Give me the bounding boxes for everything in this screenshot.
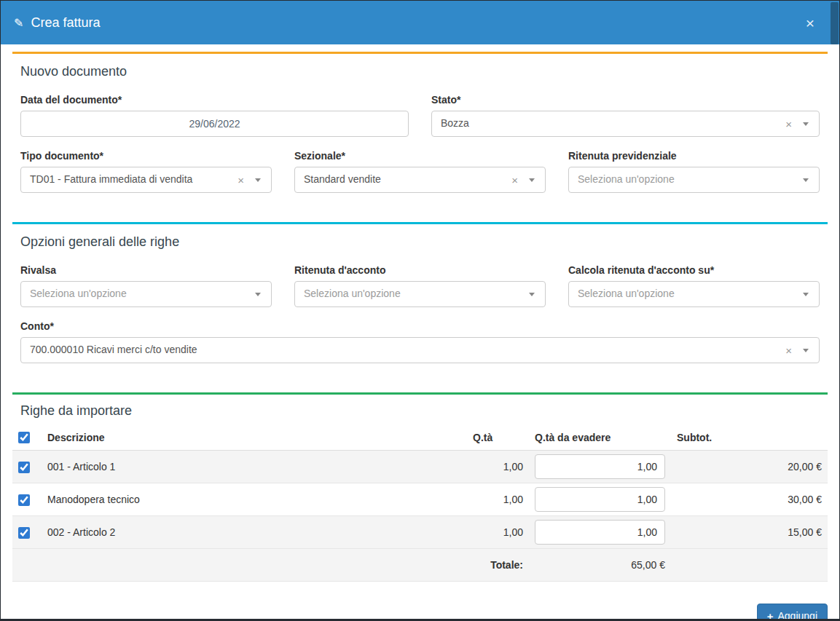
chevron-down-icon bbox=[255, 178, 261, 182]
chevron-down-icon bbox=[803, 349, 809, 352]
ritenuta-acconto-select[interactable]: Seleziona un'opzione bbox=[294, 281, 546, 307]
row-descrizione: 002 - Articolo 2 bbox=[42, 516, 467, 549]
qta-evadere-input[interactable] bbox=[535, 454, 665, 479]
conto-select[interactable]: 700.000010 Ricavi merci c/to vendite × bbox=[20, 337, 820, 363]
select-all-checkbox[interactable] bbox=[18, 432, 30, 443]
righe-table: Descrizione Q.tà Q.tà da evadere Subtot.… bbox=[12, 424, 828, 582]
clear-icon[interactable]: × bbox=[785, 119, 792, 130]
data-documento-input[interactable] bbox=[20, 111, 409, 137]
chevron-down-icon bbox=[803, 293, 809, 296]
total-empty-cell bbox=[671, 549, 828, 582]
sezionale-label: Sezionale* bbox=[294, 150, 546, 162]
close-button[interactable]: × bbox=[806, 15, 815, 31]
chevron-down-icon bbox=[803, 122, 809, 126]
row-qta-evadere-cell bbox=[529, 483, 671, 516]
total-label: Totale: bbox=[12, 549, 529, 582]
field-sezionale: Sezionale* Standard vendite × bbox=[294, 150, 546, 193]
field-ritenuta-previdenziale: Ritenuta previdenziale Seleziona un'opzi… bbox=[568, 150, 820, 193]
row-checkbox[interactable] bbox=[18, 527, 30, 539]
data-documento-label: Data del documento* bbox=[20, 94, 409, 106]
ritenuta-acconto-placeholder: Seleziona un'opzione bbox=[304, 288, 401, 299]
table-row: 002 - Articolo 2 1,00 15,00 € bbox=[12, 516, 828, 549]
qta-evadere-input[interactable] bbox=[535, 487, 665, 512]
aggiungi-button[interactable]: + Aggiungi bbox=[757, 604, 828, 621]
rivalsa-select[interactable]: Seleziona un'opzione bbox=[20, 281, 272, 307]
row-subtot: 30,00 € bbox=[671, 483, 828, 516]
total-value: 65,00 € bbox=[529, 549, 671, 582]
col-header-subtot: Subtot. bbox=[671, 424, 828, 451]
ritenuta-previdenziale-placeholder: Seleziona un'opzione bbox=[578, 173, 675, 185]
modal-footer: + Aggiungi bbox=[1, 596, 839, 621]
clear-icon[interactable]: × bbox=[785, 345, 792, 356]
rivalsa-label: Rivalsa bbox=[20, 264, 272, 276]
calcola-ritenuta-label: Calcola ritenuta d'acconto su* bbox=[568, 264, 820, 276]
chevron-down-icon bbox=[255, 293, 261, 296]
form-row: Rivalsa Seleziona un'opzione Ritenuta d'… bbox=[20, 264, 820, 307]
calcola-ritenuta-placeholder: Seleziona un'opzione bbox=[578, 288, 675, 299]
ritenuta-previdenziale-label: Ritenuta previdenziale bbox=[568, 150, 820, 162]
clear-icon[interactable]: × bbox=[511, 175, 518, 186]
row-descrizione: Manodopera tecnico bbox=[42, 483, 467, 516]
section-title-nuovo-documento: Nuovo documento bbox=[20, 64, 820, 79]
qta-evadere-input[interactable] bbox=[535, 520, 665, 545]
field-tipo-documento: Tipo documento* TD01 - Fattura immediata… bbox=[20, 150, 272, 193]
stato-select[interactable]: Bozza × bbox=[431, 111, 820, 137]
stato-selected-value: Bozza bbox=[441, 117, 469, 129]
pencil-icon: ✎ bbox=[14, 16, 23, 30]
chevron-down-icon bbox=[803, 178, 809, 182]
form-row: Tipo documento* TD01 - Fattura immediata… bbox=[20, 150, 820, 193]
chevron-down-icon bbox=[529, 178, 535, 182]
tipo-documento-label: Tipo documento* bbox=[20, 150, 272, 162]
clear-icon[interactable]: × bbox=[238, 175, 244, 186]
scrollbar-thumb[interactable] bbox=[831, 2, 839, 44]
table-header-row: Descrizione Q.tà Q.tà da evadere Subtot. bbox=[12, 424, 828, 451]
row-subtot: 15,00 € bbox=[671, 516, 828, 549]
row-qta: 1,00 bbox=[467, 483, 529, 516]
field-rivalsa: Rivalsa Seleziona un'opzione bbox=[20, 264, 272, 307]
field-stato: Stato* Bozza × bbox=[431, 94, 820, 137]
tipo-documento-selected-value: TD01 - Fattura immediata di vendita bbox=[30, 173, 192, 185]
col-header-qta: Q.tà bbox=[467, 424, 529, 451]
row-checkbox-cell bbox=[12, 483, 42, 516]
section-title-righe-da-importare: Righe da importare bbox=[20, 403, 820, 419]
aggiungi-button-label: Aggiungi bbox=[778, 610, 818, 621]
chevron-down-icon bbox=[529, 293, 535, 296]
col-header-qta-da-evadere: Q.tà da evadere bbox=[529, 424, 671, 451]
form-row: Conto* 700.000010 Ricavi merci c/to vend… bbox=[20, 320, 820, 363]
row-descrizione: 001 - Articolo 1 bbox=[42, 451, 467, 483]
row-checkbox[interactable] bbox=[18, 494, 30, 506]
row-subtot: 20,00 € bbox=[671, 451, 828, 483]
ritenuta-acconto-label: Ritenuta d'acconto bbox=[294, 264, 546, 276]
modal-header: ✎ Crea fattura × bbox=[1, 1, 839, 44]
total-row: Totale: 65,00 € bbox=[12, 549, 828, 582]
row-qta-evadere-cell bbox=[529, 516, 671, 549]
row-qta: 1,00 bbox=[467, 516, 529, 549]
row-qta: 1,00 bbox=[467, 451, 529, 483]
conto-label: Conto* bbox=[20, 320, 820, 332]
plus-icon: + bbox=[767, 611, 774, 621]
header-checkbox-cell bbox=[12, 424, 42, 451]
table-row: 001 - Articolo 1 1,00 20,00 € bbox=[12, 451, 828, 483]
modal-title: Crea fattura bbox=[31, 15, 100, 31]
row-qta-evadere-cell bbox=[529, 451, 671, 483]
row-checkbox-cell bbox=[12, 451, 42, 483]
modal-body: Nuovo documento Data del documento* Stat… bbox=[1, 52, 839, 621]
table-row: Manodopera tecnico 1,00 30,00 € bbox=[12, 483, 828, 516]
ritenuta-previdenziale-select[interactable]: Seleziona un'opzione bbox=[568, 167, 820, 193]
sezionale-selected-value: Standard vendite bbox=[304, 173, 381, 185]
crea-fattura-modal: ✎ Crea fattura × Nuovo documento Data de… bbox=[0, 0, 840, 621]
field-calcola-ritenuta: Calcola ritenuta d'acconto su* Seleziona… bbox=[568, 264, 820, 307]
col-header-descrizione: Descrizione bbox=[42, 424, 467, 451]
section-righe-da-importare: Righe da importare Descrizione Q.tà Q.tà… bbox=[12, 392, 828, 585]
section-nuovo-documento: Nuovo documento Data del documento* Stat… bbox=[12, 52, 828, 210]
section-title-opzioni-generali: Opzioni generali delle righe bbox=[20, 234, 820, 250]
tipo-documento-select[interactable]: TD01 - Fattura immediata di vendita × bbox=[20, 167, 272, 193]
calcola-ritenuta-select[interactable]: Seleziona un'opzione bbox=[568, 281, 820, 307]
field-ritenuta-acconto: Ritenuta d'acconto Seleziona un'opzione bbox=[294, 264, 546, 307]
row-checkbox[interactable] bbox=[18, 462, 30, 473]
sezionale-select[interactable]: Standard vendite × bbox=[294, 167, 546, 193]
form-row: Data del documento* Stato* Bozza × bbox=[20, 94, 820, 137]
stato-label: Stato* bbox=[431, 94, 820, 106]
conto-selected-value: 700.000010 Ricavi merci c/to vendite bbox=[30, 344, 197, 355]
field-conto: Conto* 700.000010 Ricavi merci c/to vend… bbox=[20, 320, 820, 363]
